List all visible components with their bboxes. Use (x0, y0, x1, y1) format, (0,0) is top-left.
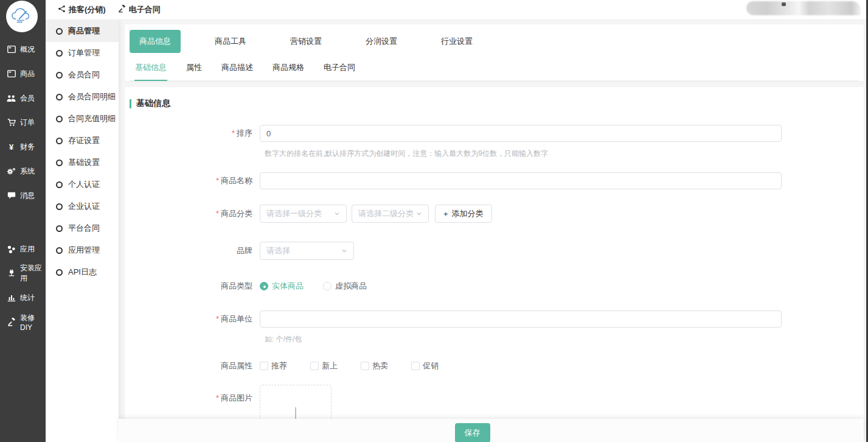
sidebar-item-label: 应用 (20, 244, 35, 254)
subtab-basic-info[interactable]: 基础信息 (134, 57, 167, 81)
form-row-goods-attrs: 商品属性 推荐 新上 热卖 (125, 360, 864, 371)
footer-action-bar: 保存 (119, 419, 864, 442)
category-level1-select[interactable]: 请选择一级分类 (260, 205, 347, 223)
tab-profit-settings[interactable]: 分润设置 (356, 30, 407, 53)
submenu-item-label: API日志 (68, 267, 97, 278)
checkbox-recommend[interactable]: 推荐 (260, 360, 287, 371)
submenu-item-contract-recharge-detail[interactable]: 合同充值明细 (46, 108, 119, 130)
goods-unit-input[interactable] (260, 310, 782, 328)
tab-goods-info[interactable]: 商品信息 (130, 30, 181, 53)
form-row-category: 商品分类 请选择一级分类 请选择二级分类 + 添加分类 (125, 205, 864, 223)
share-nodes-icon (58, 5, 66, 15)
circle-icon (56, 138, 63, 144)
sidebar-item-label: 统计 (20, 293, 35, 303)
submenu-item-api-log[interactable]: API日志 (46, 261, 119, 283)
save-button[interactable]: 保存 (455, 423, 490, 442)
checkbox-promo[interactable]: 促销 (411, 360, 439, 371)
topbar-menu-tuike[interactable]: 推客(分销) (58, 4, 106, 15)
sidebar-item-finance[interactable]: ¥ 财务 (0, 135, 46, 159)
circle-icon (56, 94, 63, 100)
sidebar-item-system[interactable]: 系统 (0, 159, 46, 183)
checkbox-icon (260, 362, 268, 370)
tab-goods-tools[interactable]: 商品工具 (205, 30, 256, 53)
sort-input[interactable] (260, 125, 782, 142)
brand-placeholder: 请选择 (266, 245, 290, 256)
sort-helper-text: 数字大的排名在前,默认排序方式为创建时间，注意：输入最大数为9位数，只能输入数字 (265, 148, 864, 159)
sidebar-item-statistics[interactable]: 统计 (0, 286, 46, 310)
checkbox-label: 促销 (423, 360, 439, 371)
app-window: 概况 商品 会员 订单 ¥ 财务 (0, 0, 868, 442)
diy-icon (7, 318, 16, 327)
submenu-item-platform-contract[interactable]: 平台合同 (46, 217, 119, 239)
topbar-menu-label: 推客(分销) (69, 4, 106, 15)
submenu-item-goods-management[interactable]: 商品管理 (46, 20, 119, 42)
radio-label: 实体商品 (272, 281, 304, 292)
submenu-item-label: 企业认证 (68, 201, 100, 212)
goods-name-input[interactable] (260, 172, 782, 189)
sidebar-item-install-apps[interactable]: 安装应用 (0, 261, 46, 286)
tab-industry-settings[interactable]: 行业设置 (431, 30, 482, 53)
subtab-attributes[interactable]: 属性 (186, 57, 203, 81)
section-title: 基础信息 (125, 98, 864, 109)
circle-icon (56, 50, 63, 57)
sidebar-item-members[interactable]: 会员 (0, 86, 46, 110)
category-label: 商品分类 (125, 208, 260, 219)
add-category-label: 添加分类 (452, 208, 484, 219)
checkbox-new[interactable]: 新上 (310, 360, 338, 371)
add-category-button[interactable]: + 添加分类 (435, 205, 492, 223)
checkbox-hot[interactable]: 热卖 (361, 360, 388, 371)
secondary-sidebar: 商品管理 订单管理 会员合同 会员合同明细 合同充值明细 存证设置 基础设置 (46, 20, 119, 442)
checkbox-icon (411, 362, 420, 370)
radio-virtual-goods[interactable]: 虚拟商品 (323, 281, 367, 292)
sidebar-item-overview[interactable]: 概况 (0, 37, 46, 61)
submenu-item-member-contract-detail[interactable]: 会员合同明细 (46, 86, 119, 108)
submenu-item-evidence-settings[interactable]: 存证设置 (46, 130, 119, 152)
form-row-goods-unit: 商品单位 (125, 310, 864, 328)
goods-type-radio-group: 实体商品 虚拟商品 (260, 281, 386, 292)
subtab-e-contract[interactable]: 电子合同 (323, 57, 356, 81)
plus-icon: + (443, 209, 448, 219)
submenu-item-member-contract[interactable]: 会员合同 (46, 64, 119, 86)
sidebar-item-label: 概况 (20, 44, 35, 55)
sidebar-item-apps[interactable]: 应用 (0, 237, 46, 261)
chevron-down-icon (341, 247, 347, 256)
topbar: 推客(分销) 电子合同 (46, 0, 868, 20)
message-icon (7, 191, 16, 200)
sidebar-item-label: 系统 (20, 166, 35, 177)
goods-attrs-checkbox-group: 推荐 新上 热卖 促销 (260, 360, 462, 371)
statistics-icon (7, 293, 16, 303)
members-icon (7, 94, 16, 103)
submenu-item-label: 基础设置 (68, 157, 100, 168)
submenu-item-personal-auth[interactable]: 个人认证 (46, 174, 119, 195)
submenu-item-app-management[interactable]: 应用管理 (46, 239, 119, 261)
circle-icon (56, 181, 63, 188)
goods-unit-label: 商品单位 (125, 314, 260, 324)
chevron-down-icon (416, 209, 422, 219)
category-level1-placeholder: 请选择一级分类 (266, 208, 322, 219)
brand-select[interactable]: 请选择 (260, 242, 354, 260)
subtab-goods-spec[interactable]: 商品规格 (272, 57, 305, 81)
form-row-goods-type: 商品类型 实体商品 虚拟商品 (125, 281, 864, 292)
submenu-item-enterprise-auth[interactable]: 企业认证 (46, 195, 119, 217)
sidebar-item-goods[interactable]: 商品 (0, 61, 46, 86)
sidebar-item-label: 装修DIY (20, 313, 46, 332)
circle-icon (56, 116, 63, 122)
orders-icon (7, 118, 16, 127)
radio-physical-goods[interactable]: 实体商品 (260, 281, 304, 292)
submenu-item-basic-settings[interactable]: 基础设置 (46, 152, 119, 174)
chevron-down-icon (334, 209, 340, 219)
finance-icon: ¥ (7, 142, 16, 152)
goods-attrs-label: 商品属性 (125, 360, 260, 371)
category-level2-select[interactable]: 请选择二级分类 (352, 205, 429, 223)
primary-sidebar: 概况 商品 会员 订单 ¥ 财务 (0, 0, 46, 442)
subtab-goods-description[interactable]: 商品描述 (221, 57, 254, 81)
sidebar-item-messages[interactable]: 消息 (0, 183, 46, 208)
tab-marketing-settings[interactable]: 营销设置 (280, 30, 332, 53)
sidebar-item-orders[interactable]: 订单 (0, 110, 46, 135)
basic-info-form-card: 基础信息 排序 数字大的排名在前,默认排序方式为创建时间，注意：输入最大数为9位… (125, 87, 864, 442)
checkbox-icon (361, 362, 369, 370)
circle-icon (56, 225, 63, 232)
sidebar-item-diy[interactable]: 装修DIY (0, 310, 46, 334)
topbar-menu-contract[interactable]: 电子合同 (118, 4, 161, 15)
submenu-item-order-management[interactable]: 订单管理 (46, 42, 119, 64)
